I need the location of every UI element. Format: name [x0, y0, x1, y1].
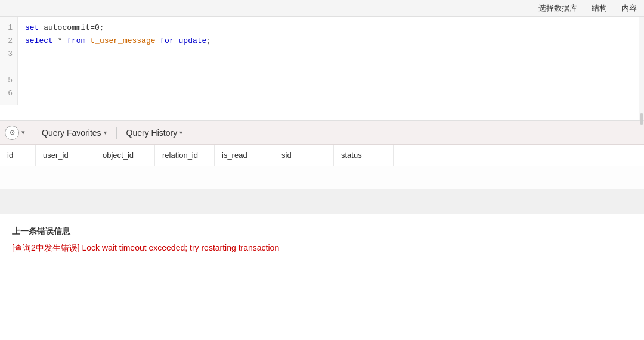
content-btn[interactable]: 内容 — [621, 3, 637, 14]
col-object-id: object_id — [95, 145, 155, 166]
code-editor[interactable]: set autocommit=0; select * from t_user_m… — [18, 17, 644, 105]
results-header: id user_id object_id relation_id is_read… — [0, 145, 644, 166]
circle-icon: ⊙ — [10, 129, 15, 136]
structure-btn[interactable]: 结构 — [592, 3, 607, 14]
toolbar-left: ⊙ ▾ — [5, 126, 25, 140]
code-line-4 — [25, 61, 637, 74]
select-database-btn[interactable]: 选择数据库 — [538, 3, 577, 14]
chevron-down-icon[interactable]: ▾ — [21, 129, 25, 136]
code-line-1: set autocommit=0; — [25, 21, 637, 35]
scrollbar-thumb[interactable] — [640, 113, 643, 125]
top-bar: 选择数据库 结构 内容 — [0, 0, 644, 17]
query-history-dropdown[interactable]: Query History ▾ — [122, 126, 188, 140]
code-line-6 — [25, 87, 637, 100]
line-num-6: 6 — [0, 87, 17, 100]
circle-menu-btn[interactable]: ⊙ — [5, 126, 19, 140]
line-num-2: 2 — [0, 35, 17, 48]
error-message: [查询2中发生错误] Lock wait timeout exceeded; t… — [12, 243, 632, 254]
line-num-4 — [0, 61, 17, 74]
line-num-1: 1 — [0, 21, 17, 35]
code-line-5 — [25, 74, 637, 87]
line-num-5: 5 — [0, 74, 17, 87]
col-sid: sid — [274, 145, 334, 166]
code-line-2: select * from t_user_message for update; — [25, 35, 637, 48]
col-id: id — [0, 145, 36, 166]
error-title: 上一条错误信息 — [12, 226, 632, 237]
col-relation-id: relation_id — [155, 145, 215, 166]
toolbar-bar: ⊙ ▾ Query Favorites ▾ Query History ▾ — [0, 121, 644, 145]
editor-area: 1 2 3 5 6 set autocommit=0; select * fro… — [0, 17, 644, 121]
line-num-3: 3 — [0, 48, 17, 61]
col-is-read: is_read — [215, 145, 274, 166]
query-favorites-label: Query Favorites — [42, 128, 101, 138]
empty-row-1 — [0, 166, 644, 190]
results-body — [0, 166, 644, 214]
code-line-3 — [25, 48, 637, 61]
query-history-chevron: ▾ — [179, 129, 182, 136]
toolbar-divider — [116, 127, 117, 139]
empty-row-2 — [0, 190, 644, 214]
editor-scrollbar[interactable] — [639, 17, 644, 120]
error-section: 上一条错误信息 [查询2中发生错误] Lock wait timeout exc… — [0, 214, 644, 266]
col-user-id: user_id — [36, 145, 95, 166]
query-history-label: Query History — [126, 128, 178, 138]
col-status: status — [334, 145, 394, 166]
results-table: id user_id object_id relation_id is_read… — [0, 145, 644, 214]
line-numbers: 1 2 3 5 6 — [0, 17, 18, 105]
query-favorites-chevron: ▾ — [104, 129, 107, 136]
query-favorites-dropdown[interactable]: Query Favorites ▾ — [37, 126, 112, 140]
